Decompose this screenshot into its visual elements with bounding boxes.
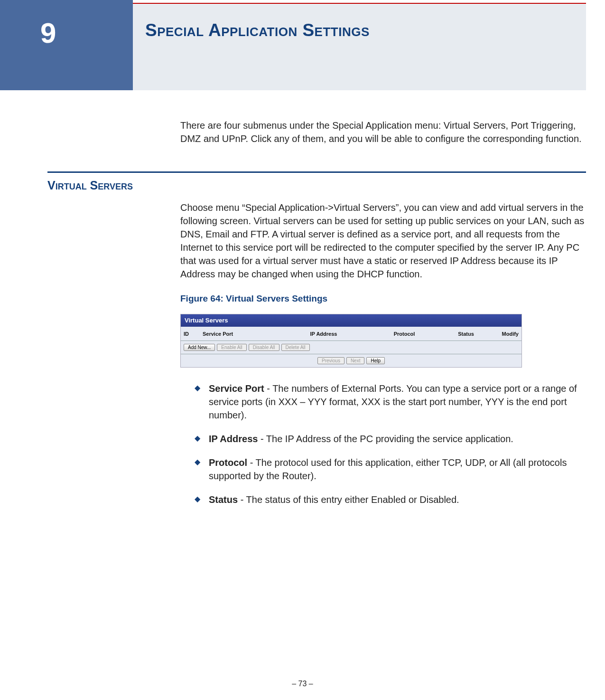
bullet-text: - The IP Address of the PC providing the… (258, 434, 513, 444)
bullet-term: Protocol (209, 457, 247, 468)
bullet-term: IP Address (209, 434, 258, 444)
col-status: Status (440, 331, 492, 338)
delete-all-button[interactable]: Delete All (281, 344, 310, 351)
col-ip-address: IP Address (279, 331, 369, 338)
col-modify: Modify (492, 331, 519, 338)
next-button[interactable]: Next (346, 357, 365, 364)
list-item: IP Address - The IP Address of the PC pr… (195, 432, 586, 445)
chapter-title-block: Special Application Settings (133, 4, 586, 90)
figure-nav-row: Previous Next Help (181, 354, 521, 367)
bullet-text: - The protocol used for this application… (209, 457, 567, 481)
col-protocol: Protocol (369, 331, 440, 338)
list-item: Service Port - The numbers of External P… (195, 382, 586, 422)
list-item: Protocol - The protocol used for this ap… (195, 456, 586, 482)
disable-all-button[interactable]: Disable All (249, 344, 279, 351)
help-button[interactable]: Help (366, 357, 385, 364)
chapter-number: 9 (40, 17, 56, 49)
section-heading: Virtual Servers (47, 179, 586, 192)
figure-caption: Figure 64: Virtual Servers Settings (180, 293, 586, 305)
section-body-text: Choose menu “Special Application->Virtua… (180, 201, 586, 281)
chapter-number-block: 9 (0, 0, 133, 90)
figure-column-headers: ID Service Port IP Address Protocol Stat… (181, 327, 521, 341)
add-new-button[interactable]: Add New... (184, 344, 215, 351)
col-id: ID (184, 331, 203, 338)
figure-panel-title: Virtual Servers (181, 314, 521, 327)
col-service-port: Service Port (203, 331, 279, 338)
section-divider (47, 171, 586, 173)
chapter-title: Special Application Settings (145, 20, 586, 40)
list-item: Status - The status of this entry either… (195, 493, 586, 506)
previous-button[interactable]: Previous (317, 357, 344, 364)
bullet-list: Service Port - The numbers of External P… (195, 382, 586, 506)
intro-paragraph: There are four submenus under the Specia… (180, 119, 586, 145)
bullet-text: - The status of this entry either Enable… (238, 494, 459, 505)
bullet-text: - The numbers of External Ports. You can… (209, 383, 577, 420)
bullet-term: Service Port (209, 383, 264, 394)
page-number: – 73 – (0, 680, 605, 688)
bullet-term: Status (209, 494, 238, 505)
virtual-servers-figure: Virtual Servers ID Service Port IP Addre… (180, 314, 522, 368)
enable-all-button[interactable]: Enable All (217, 344, 246, 351)
figure-action-row: Add New... Enable All Disable All Delete… (181, 341, 521, 354)
